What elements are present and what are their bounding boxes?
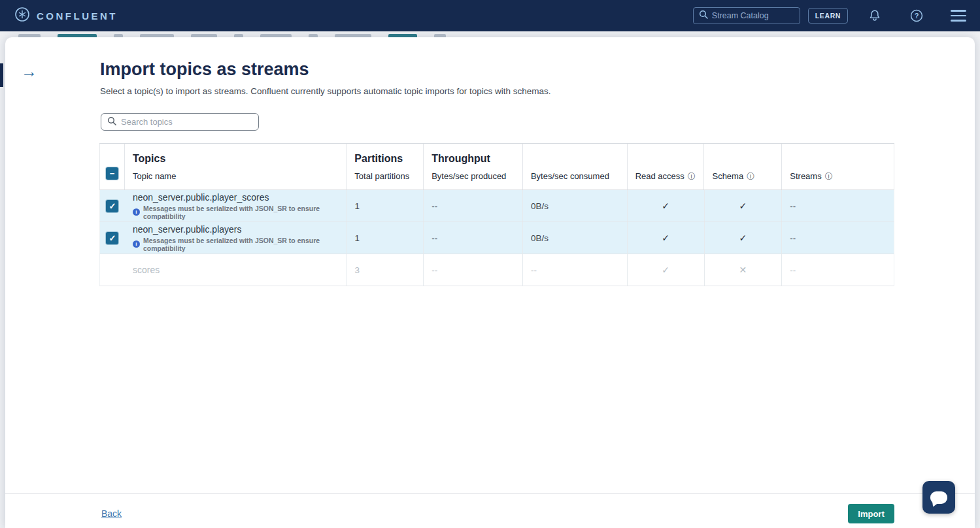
info-icon[interactable]: ⓘ bbox=[688, 173, 696, 180]
top-navbar: CONFLUENT LEARN ? bbox=[0, 0, 980, 31]
column-group-label bbox=[531, 153, 627, 165]
column-header: Bytes/sec consumed bbox=[523, 144, 628, 190]
table-cell: neon_server.public.player_scoresiMessage… bbox=[125, 190, 346, 222]
table-cell: 1 bbox=[346, 222, 424, 254]
column-group-label bbox=[790, 153, 894, 165]
search-topics-input[interactable] bbox=[121, 117, 245, 127]
table-cell: 1 bbox=[346, 190, 424, 222]
column-label: Streams bbox=[790, 171, 821, 181]
notifications-bell-icon[interactable] bbox=[866, 7, 883, 24]
table-cell: ✕ bbox=[705, 254, 783, 286]
column-label: Total partitions bbox=[354, 171, 409, 181]
import-button[interactable]: Import bbox=[848, 504, 894, 523]
collapse-panel-arrow-icon[interactable]: → bbox=[21, 63, 37, 80]
table-cell: ✓ bbox=[705, 190, 783, 222]
table-cell: 3 bbox=[346, 254, 424, 286]
table-cell: -- bbox=[782, 190, 894, 222]
topic-name: neon_server.public.players bbox=[133, 224, 242, 235]
column-header: Schemaⓘ bbox=[704, 144, 782, 190]
table-cell: ✓ bbox=[628, 222, 705, 254]
table-cell: -- bbox=[782, 254, 894, 286]
info-icon: i bbox=[133, 208, 140, 216]
search-topics-box[interactable] bbox=[101, 113, 259, 131]
checkbox-cell: ✓ bbox=[100, 190, 125, 222]
confluent-logo[interactable]: CONFLUENT bbox=[14, 7, 118, 25]
column-group-label: Throughput bbox=[431, 153, 522, 165]
stream-catalog-search[interactable] bbox=[693, 7, 800, 24]
info-icon: i bbox=[133, 240, 140, 248]
footer-divider bbox=[5, 493, 975, 494]
row-checkbox[interactable]: ✓ bbox=[106, 232, 118, 244]
column-header: Read accessⓘ bbox=[628, 144, 705, 190]
topic-name: scores bbox=[133, 265, 160, 275]
confluent-spark-icon bbox=[14, 7, 30, 25]
table-cell: -- bbox=[782, 222, 894, 254]
back-link[interactable]: Back bbox=[101, 508, 122, 519]
column-label: Schema bbox=[712, 171, 743, 181]
search-icon bbox=[107, 116, 116, 128]
chat-widget-button[interactable] bbox=[922, 481, 955, 514]
table-body: ✓neon_server.public.player_scoresiMessag… bbox=[99, 190, 894, 286]
table-cell: neon_server.public.playersiMessages must… bbox=[125, 222, 346, 254]
column-label: Read access bbox=[635, 171, 684, 181]
table-header: −TopicsTopic namePartitionsTotal partiti… bbox=[99, 144, 894, 190]
search-icon bbox=[699, 10, 708, 22]
chat-bubble-icon bbox=[930, 491, 947, 504]
table-cell: ✓ bbox=[628, 254, 705, 286]
import-topics-modal: → Import topics as streams Select a topi… bbox=[5, 37, 975, 528]
info-icon[interactable]: ⓘ bbox=[747, 173, 754, 180]
table-cell: -- bbox=[424, 254, 523, 286]
topic-note: Messages must be serialized with JSON_SR… bbox=[143, 205, 346, 220]
table-cell: 0B/s bbox=[523, 222, 628, 254]
table-cell: -- bbox=[424, 222, 523, 254]
stream-catalog-input[interactable] bbox=[712, 11, 790, 20]
brand-name: CONFLUENT bbox=[37, 10, 118, 22]
column-header: ThroughputBytes/sec produced bbox=[424, 144, 523, 190]
table-row: scores3----✓✕-- bbox=[99, 254, 894, 286]
learn-button[interactable]: LEARN bbox=[808, 8, 848, 24]
info-icon[interactable]: ⓘ bbox=[825, 173, 833, 180]
column-group-label bbox=[712, 153, 781, 165]
column-group-label: Partitions bbox=[354, 153, 423, 165]
table-cell: ✓ bbox=[628, 190, 705, 222]
table-cell: scores bbox=[125, 254, 346, 286]
topic-note: Messages must be serialized with JSON_SR… bbox=[143, 237, 346, 252]
page-subtitle: Select a topic(s) to import as streams. … bbox=[100, 86, 551, 96]
table-cell: -- bbox=[523, 254, 628, 286]
column-header: PartitionsTotal partitions bbox=[346, 144, 424, 190]
page-edge-strip bbox=[0, 63, 3, 87]
table-cell: -- bbox=[424, 190, 523, 222]
svg-text:?: ? bbox=[915, 12, 919, 20]
checkbox-cell bbox=[100, 254, 125, 286]
column-header: Streamsⓘ bbox=[782, 144, 894, 190]
column-group-label: Topics bbox=[133, 153, 346, 165]
help-icon[interactable]: ? bbox=[908, 7, 925, 24]
column-group-label bbox=[635, 153, 704, 165]
hamburger-menu-icon[interactable] bbox=[950, 7, 967, 24]
topics-table: −TopicsTopic namePartitionsTotal partiti… bbox=[99, 143, 894, 286]
topic-name: neon_server.public.player_scores bbox=[133, 192, 269, 203]
column-label: Topic name bbox=[133, 171, 176, 181]
column-label: Bytes/sec consumed bbox=[531, 171, 609, 181]
page-title: Import topics as streams bbox=[100, 59, 309, 80]
table-cell: ✓ bbox=[705, 222, 783, 254]
checkbox-cell: ✓ bbox=[100, 222, 125, 254]
select-all-checkbox[interactable]: − bbox=[106, 167, 118, 180]
column-header: TopicsTopic name bbox=[125, 144, 346, 190]
table-row: ✓neon_server.public.playersiMessages mus… bbox=[99, 222, 894, 254]
table-cell: 0B/s bbox=[523, 190, 628, 222]
row-checkbox[interactable]: ✓ bbox=[106, 200, 118, 212]
table-row: ✓neon_server.public.player_scoresiMessag… bbox=[99, 190, 894, 222]
column-label: Bytes/sec produced bbox=[431, 171, 506, 181]
